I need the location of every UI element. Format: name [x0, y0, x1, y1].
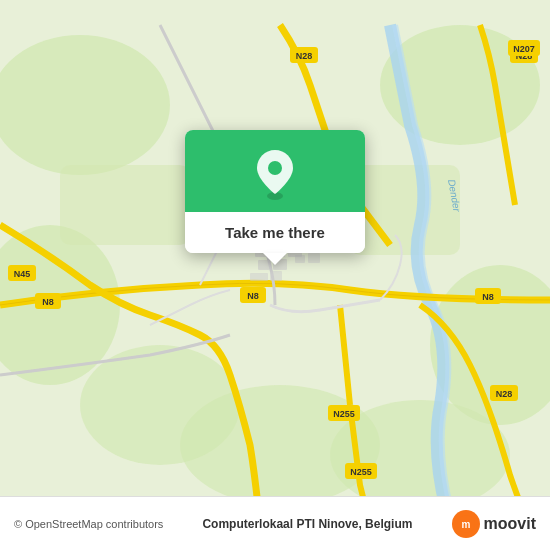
svg-point-43	[268, 161, 282, 175]
take-me-there-button[interactable]: Take me there	[185, 212, 365, 253]
svg-text:N8: N8	[42, 297, 54, 307]
svg-rect-39	[308, 253, 320, 263]
map-background: N8 N8 N8 N28 N28 N28 N45 N207 N255 N255	[0, 0, 550, 550]
place-name: Computerlokaal PTI Ninove, Belgium	[173, 517, 441, 531]
svg-rect-8	[60, 165, 190, 245]
svg-text:N255: N255	[350, 467, 372, 477]
attribution: © OpenStreetMap contributors	[14, 518, 163, 530]
svg-text:N8: N8	[482, 292, 494, 302]
moovit-text: moovit	[484, 515, 536, 533]
svg-text:N28: N28	[296, 51, 313, 61]
moovit-symbol: m	[457, 515, 475, 533]
svg-rect-36	[250, 273, 268, 281]
map-container: N8 N8 N8 N28 N28 N28 N45 N207 N255 N255	[0, 0, 550, 550]
location-popup: Take me there	[185, 130, 365, 253]
moovit-icon: m	[452, 510, 480, 538]
svg-text:N28: N28	[496, 389, 513, 399]
svg-text:N8: N8	[247, 291, 259, 301]
popup-tail	[263, 253, 287, 265]
location-pin-icon	[253, 148, 297, 200]
popup-header	[185, 130, 365, 212]
svg-text:N45: N45	[14, 269, 31, 279]
svg-text:m: m	[461, 519, 470, 530]
moovit-logo: m moovit	[452, 510, 536, 538]
svg-text:N207: N207	[513, 44, 535, 54]
bottom-bar: © OpenStreetMap contributors Computerlok…	[0, 496, 550, 550]
svg-rect-38	[295, 255, 305, 263]
svg-rect-37	[270, 271, 282, 281]
svg-text:N255: N255	[333, 409, 355, 419]
svg-point-6	[80, 345, 240, 465]
copyright-text: © OpenStreetMap contributors	[14, 518, 163, 530]
